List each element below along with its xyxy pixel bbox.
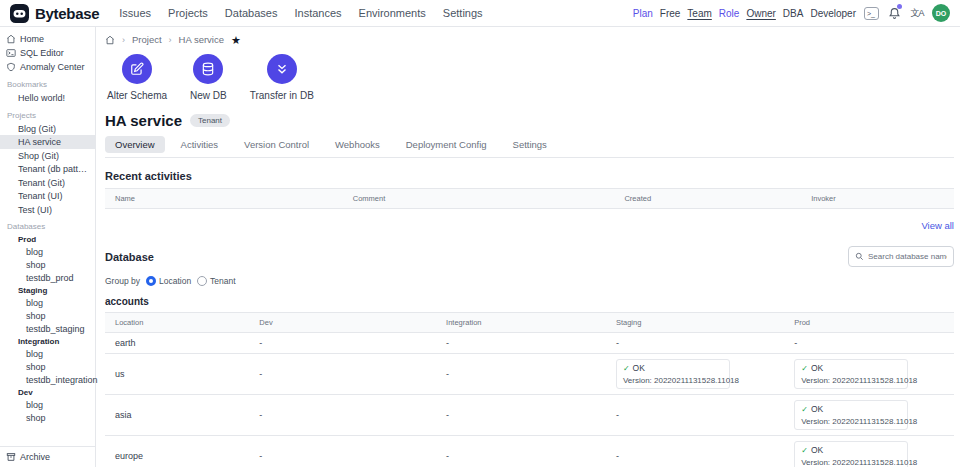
sidebar-item-label: Anomaly Center <box>20 62 85 72</box>
databases-section-title: Databases <box>0 216 95 233</box>
radio-label: Location <box>159 276 191 286</box>
nav-issues[interactable]: Issues <box>119 7 151 19</box>
breadcrumb-separator: › <box>122 35 125 45</box>
column-header-name: Name <box>105 189 343 208</box>
sidebar-project-tenant-ui[interactable]: Tenant (UI) <box>0 189 95 203</box>
column-header-location: Location <box>105 313 249 332</box>
action-label: New DB <box>190 90 227 101</box>
cell-integration: - <box>436 333 606 353</box>
sidebar-project-blog-git[interactable]: Blog (Git) <box>0 122 95 136</box>
tab-version-control[interactable]: Version Control <box>234 136 319 153</box>
group-by-tenant-radio[interactable]: Tenant <box>197 276 236 286</box>
sidebar-db-prod-blog[interactable]: blog <box>0 245 95 258</box>
database-search[interactable] <box>848 246 954 267</box>
sidebar-db-prod-shop[interactable]: shop <box>0 258 95 271</box>
bookmark-hello-world[interactable]: Hello world! <box>0 91 95 105</box>
column-header-prod: Prod <box>784 313 954 332</box>
sidebar-db-dev-blog[interactable]: blog <box>0 398 95 411</box>
bytebase-logo[interactable]: Bytebase <box>10 4 99 23</box>
sidebar-db-integration-shop[interactable]: shop <box>0 360 95 373</box>
tab-overview[interactable]: Overview <box>105 136 165 153</box>
column-header-integration: Integration <box>436 313 606 332</box>
env-prod: Prod <box>0 233 95 245</box>
env-integration: Integration <box>0 335 95 347</box>
breadcrumb-project[interactable]: Project <box>132 34 162 45</box>
column-header-comment: Comment <box>343 189 615 208</box>
new-db-button[interactable]: New DB <box>190 54 227 101</box>
sidebar-project-shop-git[interactable]: Shop (Git) <box>0 149 95 163</box>
cell-prod: - <box>784 333 954 353</box>
sidebar-db-dev-shop[interactable]: shop <box>0 411 95 424</box>
group-by-location-radio[interactable]: Location <box>146 276 191 286</box>
home-icon[interactable] <box>105 35 115 45</box>
nav-databases[interactable]: Databases <box>225 7 278 19</box>
tab-webhooks[interactable]: Webhooks <box>325 136 390 153</box>
sidebar-item-home[interactable]: Home <box>0 32 95 46</box>
env-dev: Dev <box>0 386 95 398</box>
breadcrumb-ha-service[interactable]: HA service <box>179 34 224 45</box>
sidebar-item-sql-editor[interactable]: SQL Editor <box>0 46 95 60</box>
tab-deployment-config[interactable]: Deployment Config <box>396 136 497 153</box>
cell-dev: - <box>249 333 436 353</box>
edit-icon <box>130 62 144 76</box>
sidebar-project-tenant-git[interactable]: Tenant (Git) <box>0 176 95 190</box>
tab-activities[interactable]: Activities <box>171 136 228 153</box>
column-header-invoker: Invoker <box>801 189 954 208</box>
nav-settings[interactable]: Settings <box>443 7 483 19</box>
notifications-button[interactable] <box>886 5 902 21</box>
check-icon: ✓ <box>801 446 808 455</box>
status-badge: OK <box>811 363 823 373</box>
cell-staging: - <box>606 446 784 466</box>
radio-label: Tenant <box>210 276 236 286</box>
nav-projects[interactable]: Projects <box>168 7 208 19</box>
accounts-table-header: Location Dev Integration Staging Prod <box>105 312 954 333</box>
brand-name: Bytebase <box>35 5 99 22</box>
sidebar-item-archive[interactable]: Archive <box>0 446 95 467</box>
sidebar-db-staging-shop[interactable]: shop <box>0 309 95 322</box>
cell-prod: ✓OK Version: 20220211131528.11018 <box>784 395 954 435</box>
env-staging: Staging <box>0 284 95 296</box>
group-by-label: Group by <box>105 276 140 286</box>
check-icon: ✓ <box>801 405 808 414</box>
search-input[interactable] <box>868 252 947 261</box>
nav-environments[interactable]: Environments <box>359 7 426 19</box>
cell-integration: - <box>436 364 606 384</box>
db-status-card[interactable]: ✓OK Version: 20220211131528.11018 <box>794 441 908 467</box>
developer-label: Developer <box>810 8 856 19</box>
cell-prod: ✓OK Version: 20220211131528.11018 <box>784 436 954 467</box>
owner-link[interactable]: Owner <box>746 8 775 19</box>
group-by-control: Group by Location Tenant <box>105 276 954 286</box>
sidebar-item-label: SQL Editor <box>20 48 64 58</box>
search-icon <box>855 252 864 261</box>
cell-dev: - <box>249 364 436 384</box>
sidebar-item-anomaly-center[interactable]: Anomaly Center <box>0 60 95 74</box>
transfer-in-db-button[interactable]: Transfer in DB <box>250 54 314 101</box>
sql-console-button[interactable]: >_ <box>863 5 879 21</box>
sidebar-db-prod-testdb[interactable]: testdb_prod <box>0 271 95 284</box>
sidebar-db-integration-blog[interactable]: blog <box>0 347 95 360</box>
db-status-card[interactable]: ✓OK Version: 20220211131528.11018 <box>794 359 908 389</box>
sidebar-project-test-ui[interactable]: Test (UI) <box>0 203 95 217</box>
sidebar-project-tenant-db-pattern[interactable]: Tenant (db pattern) <box>0 162 95 176</box>
recent-activities-heading: Recent activities <box>105 170 954 182</box>
view-all-link[interactable]: View all <box>921 220 954 231</box>
avatar[interactable]: DO <box>932 4 950 22</box>
activities-table-header: Name Comment Created Invoker <box>105 188 954 209</box>
accounts-subheading: accounts <box>105 296 954 307</box>
db-status-card[interactable]: ✓OK Version: 20220211131528.11018 <box>794 400 908 430</box>
top-nav: Issues Projects Databases Instances Envi… <box>119 7 482 19</box>
nav-instances[interactable]: Instances <box>294 7 341 19</box>
team-link[interactable]: Team <box>687 8 711 19</box>
sidebar-project-ha-service[interactable]: HA service <box>0 135 95 149</box>
alter-schema-button[interactable]: Alter Schema <box>107 54 167 101</box>
top-bar: Bytebase Issues Projects Databases Insta… <box>0 0 960 27</box>
status-badge: OK <box>811 404 823 414</box>
sidebar-db-staging-blog[interactable]: blog <box>0 296 95 309</box>
sidebar-db-integration-testdb[interactable]: testdb_integration <box>0 373 95 386</box>
status-badge: OK <box>811 445 823 455</box>
sidebar-db-staging-testdb[interactable]: testdb_staging <box>0 322 95 335</box>
tab-settings[interactable]: Settings <box>503 136 557 153</box>
db-status-card[interactable]: ✓OK Version: 20220211131528.11018 <box>616 359 730 389</box>
bookmark-star-icon[interactable]: ★ <box>231 35 241 45</box>
language-button[interactable]: 文A <box>909 5 925 21</box>
